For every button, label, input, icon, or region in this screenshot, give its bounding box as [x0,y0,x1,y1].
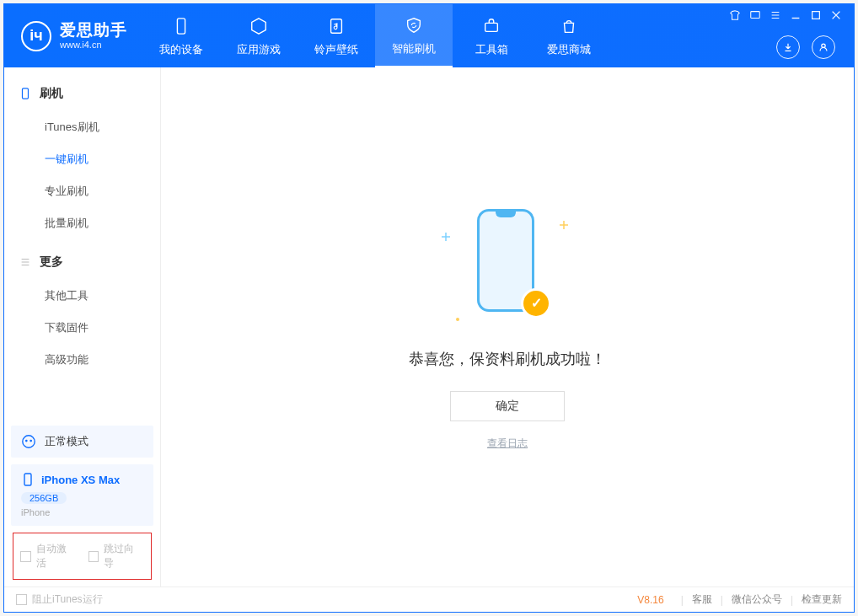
device-capacity: 256GB [21,492,67,504]
success-illustration: ✓ [457,204,558,330]
close-button[interactable] [829,8,844,23]
ok-button[interactable]: 确定 [450,391,565,421]
nav-my-device[interactable]: 我的设备 [142,4,220,67]
sidebar-item-advanced[interactable]: 高级功能 [4,344,160,376]
options-highlight-box: 自动激活 跳过向导 [13,533,152,580]
refresh-shield-icon [403,14,425,36]
list-small-icon [19,256,31,268]
device-card[interactable]: iPhone XS Max 256GB iPhone [11,464,153,526]
nav-toolbox[interactable]: 工具箱 [453,4,530,67]
svg-point-8 [25,440,28,442]
svg-rect-0 [177,18,185,33]
sidebar-section-flash: 刷机 [4,79,160,108]
body: 刷机 iTunes刷机 一键刷机 专业刷机 批量刷机 更多 其他工具 下载固件 … [4,67,854,587]
version-label: V8.16 [637,594,663,606]
sparkle-icon [560,217,568,226]
checkbox-icon [20,551,31,562]
svg-rect-3 [751,12,760,19]
device-type: iPhone [21,507,143,517]
sidebar-item-pro-flash[interactable]: 专业刷机 [4,175,160,207]
app-url: www.i4.cn [60,40,127,51]
main-content: ✓ 恭喜您，保资料刷机成功啦！ 确定 查看日志 [161,67,854,587]
check-badge-icon: ✓ [521,288,551,319]
device-small-icon [21,473,35,486]
device-icon [170,15,192,37]
nav-flash[interactable]: 智能刷机 [375,4,453,67]
footer-link-check-update[interactable]: 检查更新 [802,592,842,607]
mode-label: 正常模式 [45,434,88,449]
cube-icon [248,15,270,37]
mode-card[interactable]: 正常模式 [11,426,153,458]
sidebar-item-batch-flash[interactable]: 批量刷机 [4,207,160,239]
feedback-icon[interactable] [748,8,763,23]
logo-mark-icon: iч [21,21,51,51]
music-file-icon [325,15,347,37]
checkbox-stop-itunes[interactable]: 阻止iTunes运行 [16,592,103,607]
phone-small-icon [19,88,31,99]
svg-point-7 [23,436,35,447]
sidebar-item-download-firmware[interactable]: 下载固件 [4,312,160,344]
svg-rect-4 [812,12,820,19]
app-title: 爱思助手 [60,21,127,40]
download-button[interactable] [776,35,800,59]
svg-point-9 [29,440,32,442]
success-message: 恭喜您，保资料刷机成功啦！ [409,349,606,369]
shirt-icon[interactable] [727,8,743,23]
user-button[interactable] [812,35,835,59]
nav-store[interactable]: 爱思商城 [530,4,608,67]
view-log-link[interactable]: 查看日志 [487,437,528,451]
footer-link-wechat[interactable]: 微信公众号 [732,592,782,607]
sidebar: 刷机 iTunes刷机 一键刷机 专业刷机 批量刷机 更多 其他工具 下载固件 … [4,67,161,587]
device-name: iPhone XS Max [41,474,120,486]
checkbox-icon [16,594,27,605]
svg-point-11 [456,318,459,321]
maximize-button[interactable] [808,8,823,23]
toolbox-icon [480,15,502,37]
nav-apps-games[interactable]: 应用游戏 [220,4,298,67]
checkbox-auto-activate[interactable]: 自动激活 [20,542,77,570]
svg-rect-10 [24,474,31,485]
app-logo: iч 爱思助手 www.i4.cn [4,4,142,67]
window-controls [727,8,844,23]
sparkle-icon [442,229,450,238]
sidebar-item-other-tools[interactable]: 其他工具 [4,280,160,312]
sidebar-item-itunes-flash[interactable]: iTunes刷机 [4,111,160,143]
svg-rect-2 [485,23,498,31]
svg-rect-6 [23,88,29,99]
mode-icon [21,434,36,449]
footer: 阻止iTunes运行 V8.16 | 客服 | 微信公众号 | 检查更新 [4,587,854,612]
footer-link-support[interactable]: 客服 [692,592,712,607]
app-window: iч 爱思助手 www.i4.cn 我的设备 应用游戏 铃声壁纸 智能刷机 [3,3,855,613]
bag-icon [558,15,580,37]
nav-ringtones[interactable]: 铃声壁纸 [298,4,375,67]
sparkle-icon [453,312,462,320]
main-nav: 我的设备 应用游戏 铃声壁纸 智能刷机 工具箱 爱思商城 [142,4,608,67]
checkbox-skip-guide[interactable]: 跳过向导 [88,542,145,570]
header: iч 爱思助手 www.i4.cn 我的设备 应用游戏 铃声壁纸 智能刷机 [4,4,854,67]
svg-point-5 [822,44,825,47]
minimize-button[interactable] [788,8,803,23]
sidebar-section-more: 更多 [4,248,160,276]
checkbox-icon [88,551,99,562]
menu-icon[interactable] [768,8,783,23]
sidebar-item-onekey-flash[interactable]: 一键刷机 [4,143,160,175]
